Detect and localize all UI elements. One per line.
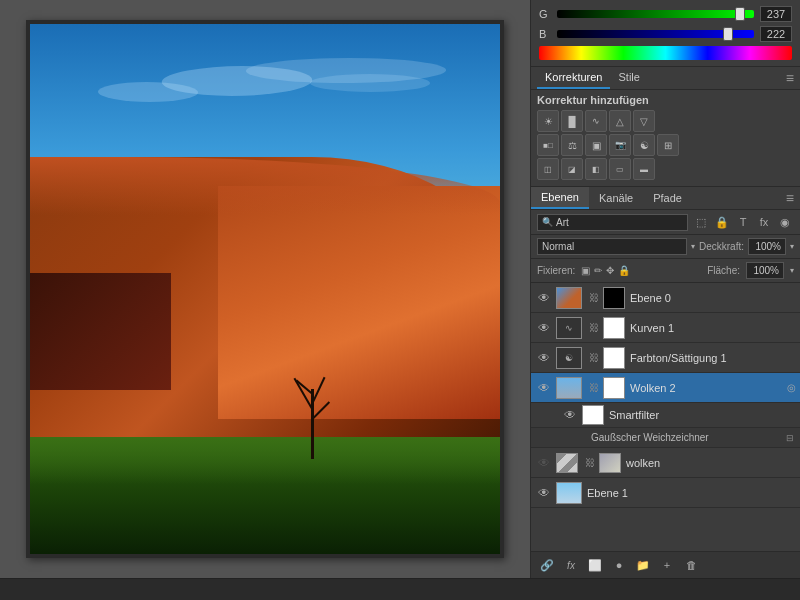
mask-smartfilter[interactable] xyxy=(582,405,604,425)
b-track[interactable] xyxy=(557,30,754,38)
lock-paint-icon[interactable]: ✏ xyxy=(594,265,602,276)
right-panel: G B Korrekturen Stile ≡ Korrektu xyxy=(530,0,800,578)
filter-icon-4[interactable]: fx xyxy=(755,213,773,231)
eye-ebene0[interactable]: 👁 xyxy=(535,289,553,307)
filter-item-gauss[interactable]: Gaußscher Weichzeichner ⊟ xyxy=(531,428,800,448)
adj-photo-icon[interactable]: 📷 xyxy=(609,134,631,156)
layer-filter-icons: ⬚ 🔒 T fx ◉ xyxy=(692,213,794,231)
adj-bw-icon[interactable]: ▣ xyxy=(585,134,607,156)
b-slider-row: B xyxy=(539,26,792,42)
name-wolken2: Wolken 2 xyxy=(630,382,783,394)
link-ebene0[interactable]: ⛓ xyxy=(587,291,601,305)
link-kurven1[interactable]: ⛓ xyxy=(587,321,601,335)
filter-settings-icon[interactable]: ⊟ xyxy=(786,433,794,443)
name-kurven1: Kurven 1 xyxy=(630,322,796,334)
adj-thresh-icon[interactable]: ◧ xyxy=(585,158,607,180)
eye-smartfilter[interactable]: 👁 xyxy=(561,406,579,424)
layer-item-ebene1[interactable]: 👁 Ebene 1 xyxy=(531,478,800,508)
layer-item-wolken2[interactable]: 👁 ⛓ Wolken 2 ◎ xyxy=(531,373,800,403)
filter-icon-2[interactable]: 🔒 xyxy=(713,213,731,231)
g-track[interactable] xyxy=(557,10,754,18)
tab-stile[interactable]: Stile xyxy=(610,67,647,89)
blend-mode-select[interactable]: Normal Multiplizieren Bildschirm xyxy=(537,238,687,255)
layers-menu-btn[interactable]: ≡ xyxy=(786,190,800,206)
add-adjustment-btn[interactable]: ● xyxy=(609,555,629,575)
tab-kanaele[interactable]: Kanäle xyxy=(589,188,643,208)
thumb-ebene1 xyxy=(556,482,582,504)
rock-highlight xyxy=(218,186,500,419)
layer-search[interactable]: 🔍 Art xyxy=(537,214,688,231)
layers-tabs: Ebenen Kanäle Pfade ≡ xyxy=(531,187,800,210)
filter-icon-5[interactable]: ◉ xyxy=(776,213,794,231)
chain-icon-wolken-low: ⛓ xyxy=(585,457,595,468)
layer-item-farb1[interactable]: 👁 ☯ ⛓ Farbton/Sättigung 1 xyxy=(531,343,800,373)
tab-ebenen[interactable]: Ebenen xyxy=(531,187,589,209)
desert-scene xyxy=(30,24,500,554)
adj-post-icon[interactable]: ◪ xyxy=(561,158,583,180)
fill-input[interactable] xyxy=(746,262,784,279)
link-farb1[interactable]: ⛓ xyxy=(587,351,601,365)
adj-sel-color-icon[interactable]: ▬ xyxy=(633,158,655,180)
filter-icon-3[interactable]: T xyxy=(734,213,752,231)
mask-wolken2[interactable] xyxy=(603,377,625,399)
tab-pfade[interactable]: Pfade xyxy=(643,188,692,208)
mask-kurven1[interactable] xyxy=(603,317,625,339)
g-value[interactable] xyxy=(760,6,792,22)
lock-row: Fixieren: ▣ ✏ ✥ 🔒 Fläche: ▾ xyxy=(531,259,800,283)
adj-inv-icon[interactable]: ◫ xyxy=(537,158,559,180)
eye-farb1[interactable]: 👁 xyxy=(535,349,553,367)
delete-layer-btn[interactable]: 🗑 xyxy=(681,555,701,575)
add-mask-btn[interactable]: ⬜ xyxy=(585,555,605,575)
color-spectrum[interactable] xyxy=(539,46,792,60)
adj-vibrance-icon[interactable]: ▽ xyxy=(633,110,655,132)
thumb-wolken-low xyxy=(556,453,578,473)
b-thumb[interactable] xyxy=(723,27,733,41)
link-layers-btn[interactable]: 🔗 xyxy=(537,555,557,575)
canvas-image xyxy=(30,24,500,554)
lock-all-icon[interactable]: 🔒 xyxy=(618,265,630,276)
adj-hsl-icon[interactable]: ■□ xyxy=(537,134,559,156)
g-thumb[interactable] xyxy=(735,7,745,21)
chain-icon-ebene0: ⛓ xyxy=(589,292,599,303)
opacity-label: Deckkraft: xyxy=(699,241,744,252)
layer-item-ebene0[interactable]: 👁 ⛓ Ebene 0 xyxy=(531,283,800,313)
adj-grad-icon[interactable]: ▭ xyxy=(609,158,631,180)
link-wolken-low[interactable]: ⛓ xyxy=(583,456,597,470)
tab-korrekturen[interactable]: Korrekturen xyxy=(537,67,610,89)
thumb-wolken2 xyxy=(556,377,582,399)
mask-ebene0[interactable] xyxy=(603,287,625,309)
b-value[interactable] xyxy=(760,26,792,42)
chain-icon-farb1: ⛓ xyxy=(589,352,599,363)
eye-ebene1[interactable]: 👁 xyxy=(535,484,553,502)
adj-grid-icon[interactable]: ⊞ xyxy=(657,134,679,156)
fx-btn[interactable]: fx xyxy=(561,555,581,575)
canvas-area xyxy=(0,0,530,578)
eye-kurven1[interactable]: 👁 xyxy=(535,319,553,337)
adjustments-section: Korrektur hinzufügen ☀ ▐▌ ∿ △ ▽ ■□ ⚖ ▣ 📷… xyxy=(531,90,800,187)
filter-icon-1[interactable]: ⬚ xyxy=(692,213,710,231)
lock-move-icon[interactable]: ✥ xyxy=(606,265,614,276)
link-wolken2[interactable]: ⛓ xyxy=(587,381,601,395)
mask-wolken-low[interactable] xyxy=(599,453,621,473)
adj-exposure-icon[interactable]: △ xyxy=(609,110,631,132)
layers-bottom: 🔗 fx ⬜ ● 📁 + 🗑 xyxy=(531,551,800,578)
adj-brightness-icon[interactable]: ☀ xyxy=(537,110,559,132)
eye-wolken-low[interactable]: 👁 xyxy=(535,454,553,472)
layer-item-smartfilter[interactable]: 👁 Smartfilter xyxy=(531,403,800,428)
adj-curves-icon[interactable]: ∿ xyxy=(585,110,607,132)
eye-wolken2[interactable]: 👁 xyxy=(535,379,553,397)
adj-levels-icon[interactable]: ▐▌ xyxy=(561,110,583,132)
lock-transparent-icon[interactable]: ▣ xyxy=(581,265,590,276)
add-group-btn[interactable]: 📁 xyxy=(633,555,653,575)
opacity-input[interactable] xyxy=(748,238,786,255)
fill-label: Fläche: xyxy=(707,265,740,276)
layer-item-kurven1[interactable]: 👁 ∿ ⛓ Kurven 1 xyxy=(531,313,800,343)
mask-farb1[interactable] xyxy=(603,347,625,369)
adj-channel-icon[interactable]: ☯ xyxy=(633,134,655,156)
adjustments-menu-btn[interactable]: ≡ xyxy=(786,70,794,86)
adj-colorbal-icon[interactable]: ⚖ xyxy=(561,134,583,156)
add-layer-btn[interactable]: + xyxy=(657,555,677,575)
lock-icons: ▣ ✏ ✥ 🔒 xyxy=(581,265,630,276)
layer-item-wolken-low[interactable]: 👁 ⛓ wolken xyxy=(531,448,800,478)
chain-icon-wolken2: ⛓ xyxy=(589,382,599,393)
